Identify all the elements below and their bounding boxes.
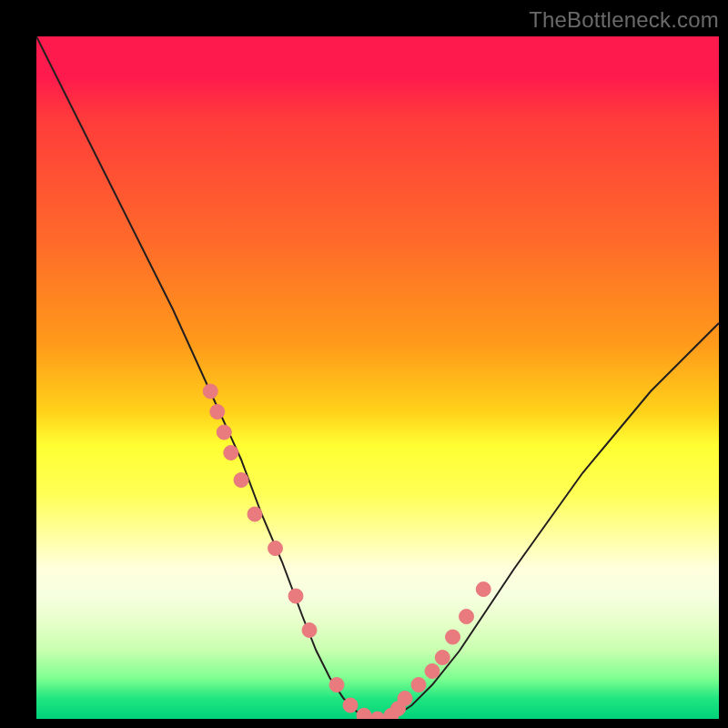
data-marker — [248, 507, 262, 521]
chart-frame: TheBottleneck.com — [0, 0, 728, 728]
data-marker — [398, 692, 412, 706]
data-marker — [343, 698, 358, 713]
data-marker — [476, 582, 490, 597]
data-marker — [370, 712, 385, 719]
data-marker — [435, 651, 450, 665]
data-marker — [425, 664, 440, 679]
plot-area — [36, 36, 719, 719]
data-marker — [357, 708, 371, 719]
data-marker — [460, 610, 474, 624]
data-marker — [217, 425, 231, 440]
data-marker — [203, 384, 217, 399]
data-marker — [329, 678, 344, 693]
data-marker — [288, 589, 303, 603]
data-marker — [411, 678, 426, 693]
bottleneck-curve — [36, 36, 719, 719]
data-marker — [302, 623, 317, 638]
data-marker — [234, 473, 248, 488]
data-marker — [224, 446, 238, 460]
data-marker — [446, 630, 460, 644]
watermark-text: TheBottleneck.com — [529, 7, 719, 33]
data-marker — [210, 405, 225, 420]
curve-svg — [36, 36, 719, 719]
data-marker — [268, 541, 283, 556]
